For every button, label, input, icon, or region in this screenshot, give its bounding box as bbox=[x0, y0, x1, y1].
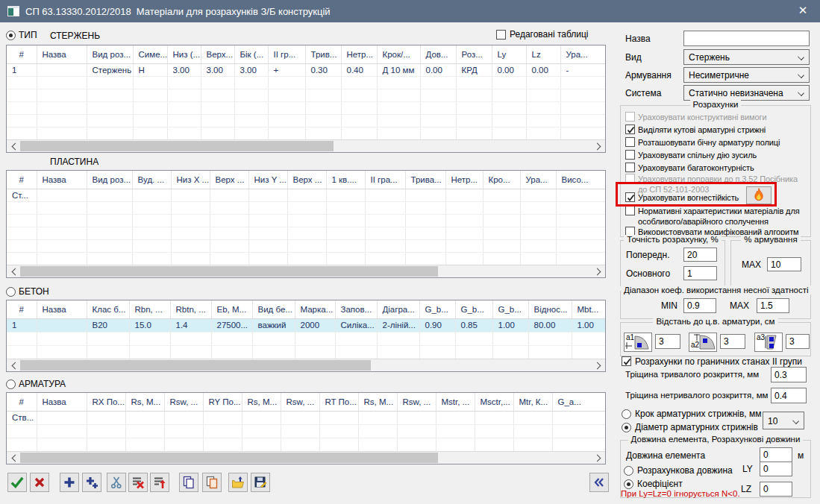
column-header[interactable]: Нетр... bbox=[445, 171, 483, 189]
systema-combo[interactable]: Статично невизначена bbox=[683, 85, 810, 101]
table-row[interactable] bbox=[7, 201, 605, 214]
cut-button[interactable] bbox=[107, 473, 126, 492]
export-button[interactable] bbox=[228, 473, 248, 492]
checkbox-bichnu[interactable]: Розташовувати бічну арматуру полиці bbox=[625, 137, 815, 148]
table-row[interactable]: 1СтерженьН3.003.003.00+0.300.40Д 10 мм0.… bbox=[7, 63, 605, 76]
plastina-hscrollbar[interactable] bbox=[7, 265, 605, 277]
column-header[interactable]: # bbox=[7, 300, 37, 318]
fire-button[interactable] bbox=[746, 186, 772, 204]
checkbox-bagatokonturnist[interactable]: Ураховувати багатоконтурність bbox=[625, 163, 815, 173]
max-arm-input[interactable] bbox=[767, 257, 801, 271]
column-header[interactable]: Діагра... bbox=[377, 300, 419, 318]
checkbox-konstruktyvni[interactable]: Ураховувати конструктивні вимоги bbox=[625, 112, 815, 122]
scroll-thumb[interactable] bbox=[20, 453, 438, 463]
table-row[interactable] bbox=[7, 227, 605, 239]
column-header[interactable]: Eb, М... bbox=[211, 300, 252, 318]
armatura-radio[interactable]: АРМАТУРА bbox=[6, 379, 66, 389]
table-row[interactable] bbox=[7, 101, 605, 114]
type-radio-circle[interactable] bbox=[6, 31, 16, 40]
insert-row-button[interactable] bbox=[150, 473, 169, 492]
column-header[interactable]: Вуд. ... bbox=[132, 171, 171, 189]
column-header[interactable]: Rsw, ... bbox=[164, 393, 203, 411]
add-rows-button[interactable] bbox=[82, 473, 101, 492]
table-row[interactable] bbox=[7, 424, 605, 438]
a2-input[interactable] bbox=[720, 334, 745, 349]
a3-input[interactable] bbox=[786, 334, 810, 349]
table-row[interactable] bbox=[7, 76, 605, 89]
column-header[interactable]: Нетр... bbox=[341, 45, 377, 63]
checkbox-vognestiikist[interactable]: Ураховувати вогнестійкість bbox=[625, 192, 815, 203]
scroll-thumb[interactable] bbox=[20, 141, 334, 151]
table-row[interactable] bbox=[7, 239, 605, 252]
editable-tables-box[interactable] bbox=[496, 30, 506, 40]
column-header[interactable]: Крок/... bbox=[377, 45, 420, 63]
vyd-combo[interactable]: Стержень bbox=[683, 49, 810, 65]
beton-hscrollbar[interactable] bbox=[7, 359, 605, 371]
column-header[interactable]: Назва bbox=[37, 171, 87, 189]
armatura-radio-circle[interactable] bbox=[6, 379, 16, 389]
column-header[interactable]: Висо... bbox=[556, 171, 605, 189]
table-row[interactable] bbox=[7, 114, 605, 127]
rozrakh-radio[interactable]: Розрахункова довжина bbox=[624, 465, 733, 476]
column-header[interactable]: Верх ... bbox=[287, 171, 326, 189]
checkbox-kutovi[interactable]: Виділяти кутові арматурні стрижні bbox=[625, 125, 815, 135]
ly-input[interactable] bbox=[760, 462, 792, 476]
column-header[interactable]: Ура... bbox=[560, 45, 605, 63]
table-row[interactable]: Ст... bbox=[7, 189, 605, 201]
table-row[interactable] bbox=[7, 89, 605, 101]
scroll-right-icon[interactable] bbox=[595, 143, 601, 149]
column-header[interactable]: Вид роз... bbox=[87, 45, 133, 63]
scroll-thumb[interactable] bbox=[20, 360, 371, 371]
column-header[interactable]: Низ (... bbox=[167, 45, 201, 63]
nazva-input[interactable] bbox=[683, 31, 810, 46]
checkbox-normatyvni[interactable]: Нормативні характеристики матеріалів для… bbox=[625, 206, 815, 227]
column-header[interactable]: # bbox=[7, 393, 37, 411]
koef-radio[interactable]: Коефіцієнт bbox=[624, 479, 683, 489]
column-header[interactable]: Вид бе... bbox=[252, 300, 295, 318]
editable-tables-checkbox[interactable]: Редаговані таблиці bbox=[496, 29, 589, 40]
column-header[interactable]: Rs, М... bbox=[125, 393, 164, 411]
scroll-left-icon[interactable] bbox=[11, 143, 17, 149]
column-header[interactable]: # bbox=[7, 45, 37, 63]
save-button[interactable] bbox=[251, 473, 270, 492]
a1-input[interactable] bbox=[655, 334, 680, 349]
column-header[interactable]: G_b... bbox=[455, 300, 492, 318]
column-header[interactable]: Rs, М... bbox=[358, 393, 397, 411]
column-header[interactable]: Назва bbox=[37, 45, 87, 63]
column-header[interactable]: Rbtn, ... bbox=[170, 300, 211, 318]
table-row[interactable] bbox=[7, 345, 605, 359]
crack-long-input[interactable] bbox=[771, 367, 807, 382]
osnovnogo-input[interactable] bbox=[683, 266, 717, 280]
column-header[interactable]: Клас б... bbox=[87, 300, 129, 318]
column-header[interactable]: Низ X ... bbox=[171, 171, 210, 189]
table-row[interactable] bbox=[7, 252, 605, 265]
column-header[interactable]: Ly bbox=[492, 45, 526, 63]
sterzhen-hscrollbar[interactable] bbox=[7, 139, 605, 152]
diametr-radio[interactable]: Діаметр арматурних стрижнів bbox=[622, 422, 758, 432]
scroll-thumb[interactable] bbox=[20, 266, 438, 277]
column-header[interactable]: Бік (... bbox=[234, 45, 268, 63]
beton-radio-circle[interactable] bbox=[6, 287, 16, 297]
column-header[interactable]: Lz bbox=[526, 45, 560, 63]
type-radio[interactable]: ТИП bbox=[6, 30, 37, 40]
scroll-left-icon[interactable] bbox=[11, 455, 17, 461]
column-header[interactable]: Трива... bbox=[405, 171, 445, 189]
column-header[interactable]: Назва bbox=[37, 300, 87, 318]
column-header[interactable]: G_b... bbox=[419, 300, 455, 318]
column-header[interactable]: Вид роз... bbox=[87, 171, 132, 189]
poperedn-input[interactable] bbox=[683, 248, 717, 262]
granychni-checkbox[interactable]: Розрахунки по граничних станах II групи bbox=[622, 356, 802, 367]
table-row[interactable] bbox=[7, 438, 605, 451]
column-header[interactable]: II гр... bbox=[268, 45, 305, 63]
column-header[interactable]: Роз... bbox=[456, 45, 492, 63]
scroll-right-icon[interactable] bbox=[595, 455, 601, 461]
add-row-button[interactable] bbox=[60, 473, 79, 492]
table-row[interactable] bbox=[7, 332, 605, 345]
table-row[interactable] bbox=[7, 127, 605, 139]
checkbox-spilnu[interactable]: Ураховувати спільну дію зусиль bbox=[625, 150, 815, 160]
column-header[interactable]: Rsw, ... bbox=[281, 393, 319, 411]
column-header[interactable]: Симе... bbox=[133, 45, 167, 63]
crack-short-input[interactable] bbox=[771, 388, 807, 403]
column-header[interactable]: G_a... bbox=[552, 393, 605, 411]
copy-button[interactable] bbox=[179, 473, 198, 492]
